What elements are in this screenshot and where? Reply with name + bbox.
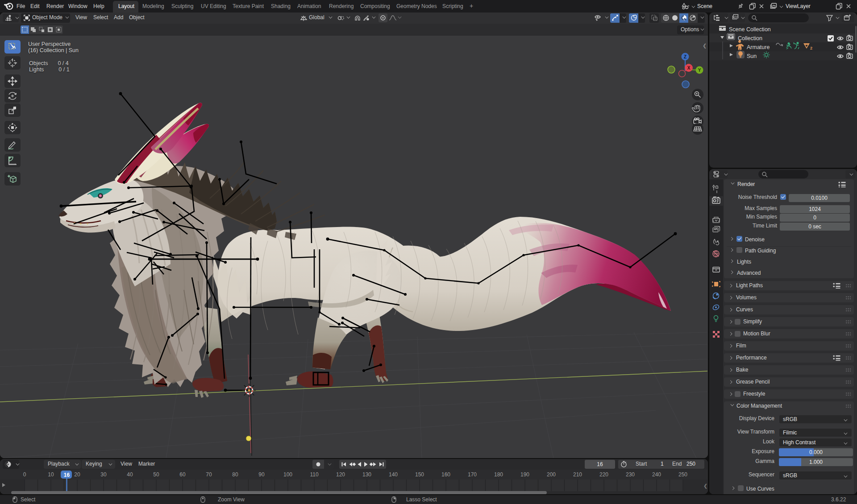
svg-text:2: 2 bbox=[810, 46, 812, 50]
svg-text:160: 160 bbox=[441, 471, 450, 478]
svg-text:60: 60 bbox=[179, 471, 186, 478]
svg-text:30: 30 bbox=[100, 471, 107, 478]
svg-text:20: 20 bbox=[74, 471, 80, 478]
svg-text:Scene Collection: Scene Collection bbox=[729, 26, 771, 33]
svg-text:X: X bbox=[687, 66, 691, 70]
svg-text:110: 110 bbox=[310, 471, 318, 478]
svg-text:200: 200 bbox=[547, 471, 556, 478]
svg-text:Z: Z bbox=[684, 54, 686, 59]
svg-text:40: 40 bbox=[127, 471, 133, 478]
svg-text:190: 190 bbox=[520, 471, 529, 478]
svg-text:250: 250 bbox=[678, 471, 687, 478]
svg-text:100: 100 bbox=[283, 471, 292, 478]
svg-text:150: 150 bbox=[415, 471, 424, 478]
svg-text:130: 130 bbox=[362, 471, 371, 478]
svg-text:80: 80 bbox=[232, 471, 238, 478]
svg-text:170: 170 bbox=[468, 471, 477, 478]
svg-text:180: 180 bbox=[494, 471, 503, 478]
svg-text:16: 16 bbox=[64, 472, 70, 478]
svg-text:140: 140 bbox=[389, 471, 398, 478]
svg-text:70: 70 bbox=[206, 471, 212, 478]
svg-text:50: 50 bbox=[153, 471, 159, 478]
svg-text:230: 230 bbox=[626, 471, 635, 478]
svg-text:0: 0 bbox=[23, 471, 26, 478]
svg-text:120: 120 bbox=[336, 471, 345, 478]
svg-text:10: 10 bbox=[48, 471, 54, 478]
svg-text:210: 210 bbox=[573, 471, 582, 478]
svg-text:Armature: Armature bbox=[747, 44, 770, 50]
svg-text:❮: ❮ bbox=[703, 483, 707, 489]
svg-text:Collection: Collection bbox=[738, 35, 762, 41]
svg-text:220: 220 bbox=[599, 471, 608, 478]
svg-text:Y: Y bbox=[698, 68, 701, 73]
svg-text:90: 90 bbox=[258, 471, 265, 478]
svg-text:Sun: Sun bbox=[747, 53, 757, 59]
svg-text:240: 240 bbox=[652, 471, 661, 478]
